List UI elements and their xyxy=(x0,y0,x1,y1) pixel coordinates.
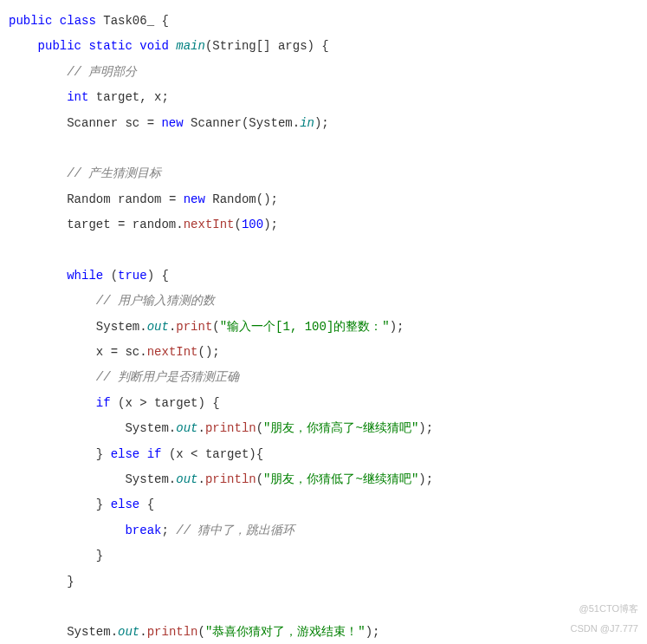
classname: Task06_ xyxy=(103,14,154,28)
kw-while: while xyxy=(67,269,103,283)
comma: , xyxy=(139,90,146,104)
field-out: out xyxy=(147,320,169,334)
field-in: in xyxy=(300,116,314,130)
semi: ; xyxy=(161,524,168,537)
var-target: target xyxy=(154,396,197,410)
paren-semi: ); xyxy=(418,472,433,486)
system: System xyxy=(67,625,110,639)
num-100: 100 xyxy=(242,218,263,231)
method-println: println xyxy=(147,625,198,639)
eq: = xyxy=(118,218,125,231)
paren: ( xyxy=(256,421,263,435)
paren-semi: ); xyxy=(418,421,433,435)
method-println: println xyxy=(205,472,256,486)
method-main: main xyxy=(176,39,205,53)
kw-else: else xyxy=(111,498,140,511)
paren-semi: ); xyxy=(263,218,278,231)
brace: { xyxy=(147,498,154,511)
kw-public: public xyxy=(9,14,52,28)
dot: . xyxy=(139,625,146,639)
parens-semi: (); xyxy=(256,192,278,206)
dot: . xyxy=(169,472,176,486)
paren: ( xyxy=(235,218,242,231)
var-target: target xyxy=(67,218,110,231)
var-sc: sc xyxy=(125,116,139,130)
type-string: String xyxy=(212,39,256,53)
var-sc: sc xyxy=(125,345,139,359)
var-random: random xyxy=(133,218,176,231)
kw-new: new xyxy=(184,192,205,206)
var-target: target xyxy=(205,447,249,461)
type-scanner: Scanner xyxy=(67,116,118,130)
brace: } xyxy=(96,549,103,563)
kw-static: static xyxy=(88,39,132,53)
system: System xyxy=(125,472,168,486)
field-out: out xyxy=(176,421,197,435)
ctor-scanner: Scanner xyxy=(191,116,242,130)
string-literal: "朋友，你猜低了~继续猜吧" xyxy=(263,472,418,486)
comment: // 猜中了，跳出循环 xyxy=(176,524,294,537)
paren: ( xyxy=(197,625,204,639)
paren-semi: ); xyxy=(390,320,404,334)
brace: } xyxy=(96,498,103,511)
kw-break: break xyxy=(125,524,161,537)
paren-brace: ) { xyxy=(198,396,220,410)
kw-new: new xyxy=(161,116,183,130)
dot: . xyxy=(169,421,176,435)
brace: } xyxy=(67,575,74,589)
parens-semi: (); xyxy=(197,345,219,359)
code-block: public class Task06_ { public static voi… xyxy=(9,9,638,644)
dot: . xyxy=(293,116,300,130)
kw-true: true xyxy=(118,269,147,283)
string-literal: "恭喜你猜对了，游戏结束！" xyxy=(205,625,366,639)
kw-if: if xyxy=(96,396,111,410)
var-random: random xyxy=(118,192,161,206)
brace: { xyxy=(161,14,168,28)
kw-public: public xyxy=(38,39,81,53)
paren-semi: ); xyxy=(314,116,329,130)
comment: // 用户输入猜测的数 xyxy=(96,294,215,308)
comment: // 产生猜测目标 xyxy=(67,166,161,180)
arg: args xyxy=(278,39,307,53)
dot: . xyxy=(176,218,183,231)
brace: } xyxy=(96,447,103,461)
var-x: x xyxy=(176,447,183,461)
dot: . xyxy=(139,320,146,334)
method-nextint: nextInt xyxy=(147,345,198,359)
op-gt: > xyxy=(139,396,146,410)
kw-void: void xyxy=(139,39,169,53)
dot: . xyxy=(197,472,204,486)
system: System xyxy=(96,320,139,334)
paren: ( xyxy=(111,269,118,283)
kw-else: else xyxy=(111,447,140,461)
eq: = xyxy=(169,192,176,206)
kw-if: if xyxy=(147,447,162,461)
type-random: Random xyxy=(67,192,110,206)
paren-semi: ); xyxy=(366,625,380,639)
semi: ; xyxy=(161,90,168,104)
system: System xyxy=(249,116,292,130)
brackets: [] xyxy=(256,39,271,53)
comment: // 声明部分 xyxy=(67,65,137,79)
eq: = xyxy=(111,345,118,359)
paren: ( xyxy=(212,320,219,334)
eq: = xyxy=(147,116,154,130)
var-x: x xyxy=(125,396,132,410)
paren-brace: ) { xyxy=(147,269,169,283)
string-literal: "朋友，你猜高了~继续猜吧" xyxy=(263,421,418,435)
field-out: out xyxy=(176,472,197,486)
ctor-random: Random xyxy=(212,192,256,206)
method-print: print xyxy=(176,320,212,334)
system: System xyxy=(125,421,168,435)
paren-brace: ) { xyxy=(307,39,329,53)
paren-brace: ){ xyxy=(249,447,263,461)
dot: . xyxy=(139,345,146,359)
method-nextint: nextInt xyxy=(184,218,235,231)
kw-int: int xyxy=(67,90,88,104)
paren: ( xyxy=(256,472,263,486)
method-println: println xyxy=(205,421,256,435)
comment: // 判断用户是否猜测正确 xyxy=(96,370,239,384)
var-x: x xyxy=(96,345,103,359)
field-out: out xyxy=(118,625,139,639)
string-literal: "输入一个[1, 100]的整数：" xyxy=(220,320,390,334)
